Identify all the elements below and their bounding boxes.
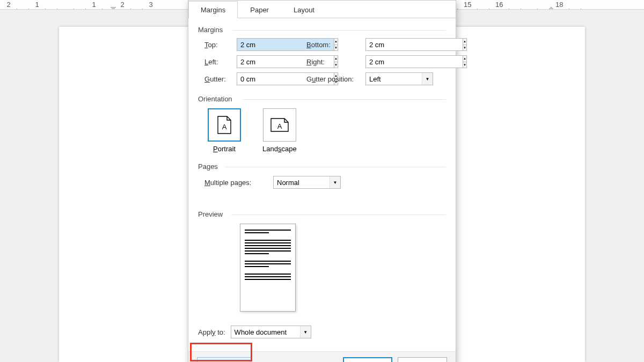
portrait-label: Portrait: [213, 145, 236, 153]
indent-marker-right-icon[interactable]: [548, 7, 554, 10]
label-left: Left:: [204, 58, 237, 66]
bottom-margin-input[interactable]: [365, 38, 463, 51]
dialog-footer: Set As Default OK Cancel: [188, 351, 456, 362]
tab-paper[interactable]: Paper: [238, 1, 281, 18]
cancel-button[interactable]: Cancel: [398, 357, 447, 362]
label-top: Top:: [204, 41, 237, 49]
set-as-default-button[interactable]: Set As Default: [197, 357, 251, 362]
orientation-landscape[interactable]: A Landscape: [262, 108, 297, 153]
svg-marker-1: [548, 7, 554, 10]
chevron-down-icon: ▼: [300, 326, 311, 338]
section-pages: Pages: [198, 162, 446, 171]
spin-down-icon[interactable]: ▼: [463, 62, 466, 68]
chevron-down-icon: ▼: [330, 176, 340, 188]
spin-down-icon[interactable]: ▼: [463, 45, 466, 51]
right-margin-spinner[interactable]: ▲▼: [365, 55, 433, 68]
label-multiple-pages: Multiple pages:: [204, 179, 262, 187]
svg-text:A: A: [222, 123, 227, 131]
gutter-position-select[interactable]: Left ▼: [365, 72, 433, 85]
page-setup-dialog: Margins Paper Layout Margins Top: ▲▼ Bot…: [188, 0, 456, 362]
top-margin-spinner[interactable]: ▲▼: [237, 38, 304, 51]
portrait-page-icon: A: [217, 116, 231, 134]
svg-marker-0: [111, 7, 116, 10]
landscape-label: Landscape: [262, 145, 297, 153]
tab-margins[interactable]: Margins: [188, 1, 238, 18]
preview-thumbnail: [240, 224, 296, 312]
label-gutter-position: Gutter position:: [306, 75, 365, 83]
section-preview: Preview: [198, 210, 446, 218]
landscape-page-icon: A: [270, 118, 289, 132]
svg-text:A: A: [277, 122, 282, 130]
multiple-pages-select[interactable]: Normal ▼: [273, 176, 341, 189]
chevron-down-icon: ▼: [422, 73, 433, 85]
label-gutter: Gutter:: [204, 75, 237, 83]
dialog-tabs: Margins Paper Layout: [188, 1, 456, 18]
spin-up-icon[interactable]: ▲: [463, 56, 466, 62]
left-margin-spinner[interactable]: ▲▼: [237, 55, 304, 68]
right-margin-input[interactable]: [365, 55, 463, 68]
multiple-pages-value: Normal: [277, 179, 299, 187]
ok-button[interactable]: OK: [343, 357, 392, 362]
bottom-margin-spinner[interactable]: ▲▼: [365, 38, 433, 51]
section-margins: Margins: [198, 26, 446, 34]
label-bottom: Bottom:: [306, 41, 365, 49]
tab-layout[interactable]: Layout: [281, 1, 327, 18]
apply-to-select[interactable]: Whole document ▼: [231, 326, 311, 338]
label-right: Right:: [306, 58, 365, 66]
label-apply-to: Apply to:: [198, 328, 225, 336]
section-orientation: Orientation: [198, 95, 446, 103]
indent-marker-left-icon[interactable]: [111, 7, 116, 10]
gutter-spinner[interactable]: ▲▼: [237, 72, 304, 85]
apply-to-value: Whole document: [235, 328, 287, 336]
orientation-portrait[interactable]: A Portrait: [208, 108, 241, 153]
gutter-position-value: Left: [369, 75, 381, 83]
spin-up-icon[interactable]: ▲: [463, 39, 466, 45]
